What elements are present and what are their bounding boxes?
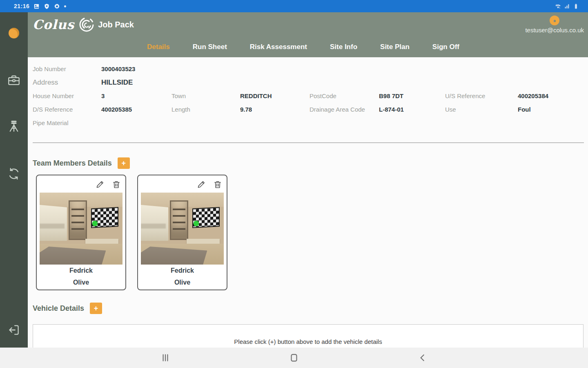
add-team-member-button[interactable]: + — [118, 157, 130, 169]
shield-icon — [44, 3, 50, 9]
drainage-area-code-label: Drainage Area Code — [310, 103, 379, 116]
edit-pencil-icon[interactable] — [196, 180, 206, 189]
photo-shelf — [170, 200, 188, 240]
tab-site-plan[interactable]: Site Plan — [380, 43, 410, 51]
address-label: Address — [33, 76, 101, 89]
vehicle-empty-panel: Please click (+) button above to add the… — [33, 324, 584, 348]
vehicle-section-header: Vehicle Details + — [33, 303, 102, 314]
member-last-name: Olive — [37, 279, 125, 286]
photo-horizon — [141, 224, 166, 229]
job-details-form: Job Number 3000403523 Address HILLSIDE H… — [33, 62, 585, 130]
wifi-off-icon — [555, 3, 561, 9]
battery-icon — [573, 3, 579, 9]
use-label: Use — [445, 103, 518, 116]
team-members-title: Team Members Details — [33, 159, 112, 168]
logo-text: Colus — [33, 17, 74, 32]
address-value: HILLSIDE — [101, 76, 585, 89]
back-icon[interactable] — [417, 352, 428, 363]
details-page: Job Number 3000403523 Address HILLSIDE H… — [28, 57, 588, 348]
green-marker-dot — [92, 221, 98, 226]
member-last-name: Olive — [138, 279, 227, 286]
tab-details[interactable]: Details — [147, 43, 170, 51]
photo-shelf — [69, 200, 87, 240]
postcode-value: B98 7DT — [379, 89, 445, 103]
tab-site-info[interactable]: Site Info — [330, 43, 357, 51]
team-members-section-header: Team Members Details + — [33, 157, 130, 169]
house-number-value: 3 — [101, 89, 172, 103]
android-nav-bar — [0, 348, 588, 368]
notification-dot-icon — [64, 5, 66, 7]
vehicle-empty-message: Please click (+) button above to add the… — [33, 338, 583, 345]
signal-icon — [564, 3, 570, 9]
sidebar-item-sync[interactable] — [0, 167, 28, 181]
delete-trash-icon[interactable] — [111, 180, 121, 189]
clock: 21:16 — [14, 3, 29, 9]
vehicle-details-title: Vehicle Details — [33, 304, 84, 313]
sidebar-item-jobs[interactable] — [0, 74, 28, 88]
logo-block: Colus Job Pack — [33, 16, 134, 34]
photo-horizon — [40, 224, 65, 229]
sidebar-item-logout[interactable] — [0, 323, 28, 337]
job-number-label: Job Number — [33, 62, 101, 76]
tab-bar: Details Run Sheet Risk Assessment Site I… — [147, 43, 459, 51]
us-reference-value: 400205384 — [518, 89, 585, 103]
member-photo — [141, 193, 224, 265]
logout-icon — [7, 323, 21, 337]
tab-risk-assessment[interactable]: Risk Assessment — [250, 43, 307, 51]
length-label: Length — [172, 103, 240, 116]
add-vehicle-button[interactable]: + — [90, 303, 102, 314]
us-reference-label: U/S Reference — [445, 89, 518, 103]
town-label: Town — [172, 89, 240, 103]
length-value: 9.78 — [240, 103, 310, 116]
card-actions — [196, 180, 223, 189]
member-photo — [40, 193, 122, 265]
town-value: REDDITCH — [240, 89, 310, 103]
sync-icon — [7, 167, 21, 181]
member-first-name: Fedrick — [138, 267, 227, 274]
job-number-value: 3000403523 — [101, 62, 585, 76]
briefcase-icon — [7, 74, 21, 88]
home-icon[interactable] — [289, 352, 299, 363]
photo-window — [40, 205, 67, 241]
app-sidebar — [0, 12, 28, 348]
screenshot-icon — [33, 3, 40, 9]
user-block[interactable]: ● testuser@colus.co.uk — [525, 16, 584, 34]
ds-reference-label: D/S Reference — [33, 103, 101, 116]
member-first-name: Fedrick — [37, 267, 125, 274]
status-bar-right — [555, 3, 588, 9]
green-marker-dot — [194, 221, 199, 226]
pipe-material-value — [101, 116, 585, 130]
use-value: Foul — [518, 103, 585, 116]
user-email: testuser@colus.co.uk — [525, 27, 584, 34]
tab-run-sheet[interactable]: Run Sheet — [193, 43, 227, 51]
drainage-area-code-value: L-874-01 — [379, 103, 445, 116]
colus-swirl-icon — [78, 16, 96, 34]
screen: 21:16 — [0, 0, 588, 368]
status-bar-left: 21:16 — [0, 3, 66, 9]
card-actions — [95, 180, 121, 189]
delete-trash-icon[interactable] — [213, 180, 223, 189]
postcode-label: PostCode — [310, 89, 379, 103]
ds-reference-value: 400205385 — [101, 103, 172, 116]
photo-window — [141, 205, 168, 241]
team-member-cards: Fedrick Olive — [36, 175, 227, 290]
team-member-card[interactable]: Fedrick Olive — [36, 175, 126, 290]
edit-pencil-icon[interactable] — [95, 180, 105, 189]
house-number-label: House Number — [33, 89, 101, 103]
pipe-material-label: Pipe Material — [33, 116, 101, 130]
sidebar-item-survey[interactable] — [0, 119, 28, 133]
tab-sign-off[interactable]: Sign Off — [432, 43, 459, 51]
sidebar-status-indicator[interactable] — [0, 28, 28, 38]
app-title: Job Pack — [98, 20, 134, 29]
user-avatar-icon: ● — [550, 16, 559, 25]
status-dot-icon — [9, 28, 19, 38]
gear-icon — [54, 3, 60, 9]
section-divider — [33, 142, 584, 143]
team-member-card[interactable]: Fedrick Olive — [137, 175, 227, 290]
tripod-icon — [7, 119, 21, 133]
recents-icon[interactable] — [160, 352, 171, 363]
android-status-bar: 21:16 — [0, 0, 588, 12]
